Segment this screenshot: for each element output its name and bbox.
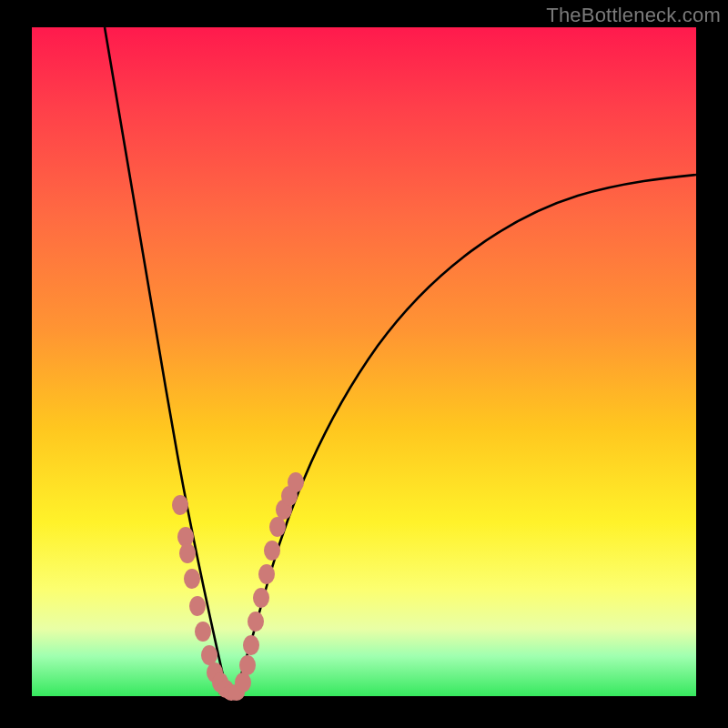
svg-point-17 xyxy=(258,564,275,584)
svg-point-14 xyxy=(243,635,259,655)
svg-point-15 xyxy=(248,612,264,632)
curve-left xyxy=(105,27,234,696)
chart-svg xyxy=(32,27,696,696)
outer-frame: TheBottleneck.com xyxy=(0,0,728,728)
svg-point-3 xyxy=(184,569,200,589)
svg-point-19 xyxy=(269,517,286,537)
svg-point-5 xyxy=(195,622,211,642)
svg-point-4 xyxy=(189,596,206,616)
svg-point-22 xyxy=(288,472,304,492)
svg-point-0 xyxy=(172,495,188,515)
svg-point-2 xyxy=(179,543,196,563)
svg-point-16 xyxy=(253,588,269,608)
watermark-text: TheBottleneck.com xyxy=(546,4,721,27)
curve-right xyxy=(234,175,696,696)
svg-point-12 xyxy=(235,672,251,693)
svg-point-18 xyxy=(264,541,280,561)
svg-point-13 xyxy=(239,655,256,675)
plot-area xyxy=(32,27,696,696)
svg-point-6 xyxy=(201,645,217,665)
